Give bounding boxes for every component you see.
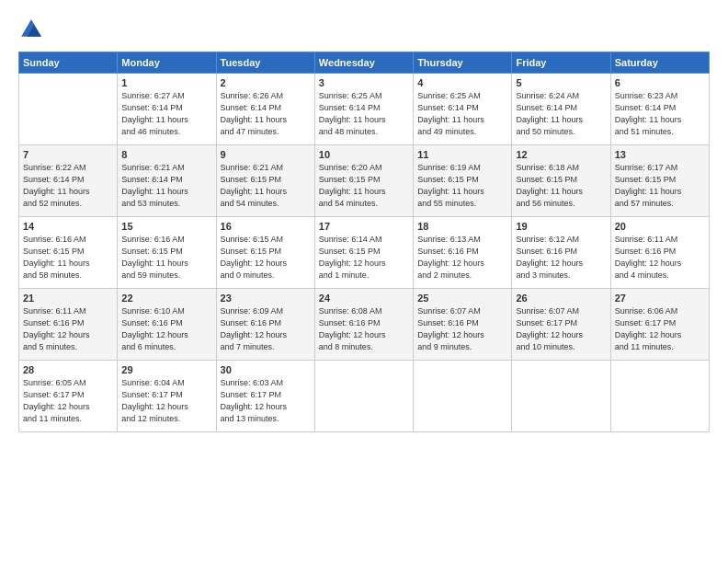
day-number: 7 bbox=[23, 149, 113, 160]
day-info: Sunrise: 6:09 AM Sunset: 6:16 PM Dayligh… bbox=[221, 305, 311, 353]
day-number: 5 bbox=[516, 77, 606, 88]
day-info: Sunrise: 6:12 AM Sunset: 6:16 PM Dayligh… bbox=[516, 234, 606, 282]
day-cell: 25Sunrise: 6:07 AM Sunset: 6:16 PM Dayli… bbox=[414, 289, 512, 361]
col-header-saturday: Saturday bbox=[610, 52, 709, 74]
day-cell: 16Sunrise: 6:15 AM Sunset: 6:15 PM Dayli… bbox=[216, 217, 314, 289]
col-header-tuesday: Tuesday bbox=[216, 52, 314, 74]
day-cell: 24Sunrise: 6:08 AM Sunset: 6:16 PM Dayli… bbox=[314, 289, 413, 361]
page: SundayMondayTuesdayWednesdayThursdayFrid… bbox=[0, 0, 728, 563]
week-row-1: 1Sunrise: 6:27 AM Sunset: 6:14 PM Daylig… bbox=[19, 74, 710, 145]
day-cell: 8Sunrise: 6:21 AM Sunset: 6:14 PM Daylig… bbox=[118, 145, 216, 217]
header-row: SundayMondayTuesdayWednesdayThursdayFrid… bbox=[19, 52, 710, 74]
day-cell: 3Sunrise: 6:25 AM Sunset: 6:14 PM Daylig… bbox=[314, 74, 413, 145]
col-header-friday: Friday bbox=[512, 52, 610, 74]
day-info: Sunrise: 6:13 AM Sunset: 6:16 PM Dayligh… bbox=[417, 234, 507, 282]
day-info: Sunrise: 6:04 AM Sunset: 6:17 PM Dayligh… bbox=[121, 377, 211, 425]
day-info: Sunrise: 6:26 AM Sunset: 6:14 PM Dayligh… bbox=[221, 90, 311, 138]
day-cell: 15Sunrise: 6:16 AM Sunset: 6:15 PM Dayli… bbox=[118, 217, 216, 289]
day-info: Sunrise: 6:07 AM Sunset: 6:16 PM Dayligh… bbox=[417, 305, 507, 353]
day-cell bbox=[610, 361, 709, 432]
day-info: Sunrise: 6:10 AM Sunset: 6:16 PM Dayligh… bbox=[121, 305, 211, 353]
day-info: Sunrise: 6:17 AM Sunset: 6:15 PM Dayligh… bbox=[615, 162, 705, 210]
day-cell: 12Sunrise: 6:18 AM Sunset: 6:15 PM Dayli… bbox=[512, 145, 610, 217]
day-cell: 13Sunrise: 6:17 AM Sunset: 6:15 PM Dayli… bbox=[610, 145, 709, 217]
day-info: Sunrise: 6:06 AM Sunset: 6:17 PM Dayligh… bbox=[615, 305, 705, 353]
day-number: 3 bbox=[319, 77, 409, 88]
logo-icon bbox=[18, 17, 44, 42]
day-number: 16 bbox=[221, 221, 311, 232]
day-number: 23 bbox=[221, 293, 311, 304]
day-info: Sunrise: 6:07 AM Sunset: 6:17 PM Dayligh… bbox=[516, 305, 606, 353]
day-info: Sunrise: 6:11 AM Sunset: 6:16 PM Dayligh… bbox=[615, 234, 705, 282]
day-number: 14 bbox=[23, 221, 113, 232]
day-number: 19 bbox=[516, 221, 606, 232]
day-cell: 7Sunrise: 6:22 AM Sunset: 6:14 PM Daylig… bbox=[19, 145, 118, 217]
logo bbox=[18, 17, 48, 42]
day-cell bbox=[19, 74, 118, 145]
day-cell: 14Sunrise: 6:16 AM Sunset: 6:15 PM Dayli… bbox=[19, 217, 118, 289]
day-cell: 20Sunrise: 6:11 AM Sunset: 6:16 PM Dayli… bbox=[610, 217, 709, 289]
day-cell: 26Sunrise: 6:07 AM Sunset: 6:17 PM Dayli… bbox=[512, 289, 610, 361]
day-cell: 18Sunrise: 6:13 AM Sunset: 6:16 PM Dayli… bbox=[414, 217, 512, 289]
day-cell: 21Sunrise: 6:11 AM Sunset: 6:16 PM Dayli… bbox=[19, 289, 118, 361]
day-number: 20 bbox=[615, 221, 705, 232]
col-header-sunday: Sunday bbox=[19, 52, 118, 74]
day-info: Sunrise: 6:27 AM Sunset: 6:14 PM Dayligh… bbox=[121, 90, 211, 138]
day-number: 27 bbox=[615, 293, 705, 304]
day-info: Sunrise: 6:15 AM Sunset: 6:15 PM Dayligh… bbox=[221, 234, 311, 282]
day-number: 18 bbox=[417, 221, 507, 232]
week-row-5: 28Sunrise: 6:05 AM Sunset: 6:17 PM Dayli… bbox=[19, 361, 710, 432]
day-cell: 23Sunrise: 6:09 AM Sunset: 6:16 PM Dayli… bbox=[216, 289, 314, 361]
day-number: 10 bbox=[319, 149, 409, 160]
day-number: 1 bbox=[121, 77, 211, 88]
day-number: 26 bbox=[516, 293, 606, 304]
day-cell bbox=[512, 361, 610, 432]
day-number: 9 bbox=[221, 149, 311, 160]
day-info: Sunrise: 6:11 AM Sunset: 6:16 PM Dayligh… bbox=[23, 305, 113, 353]
day-number: 13 bbox=[615, 149, 705, 160]
day-info: Sunrise: 6:22 AM Sunset: 6:14 PM Dayligh… bbox=[23, 162, 113, 210]
day-cell: 30Sunrise: 6:03 AM Sunset: 6:17 PM Dayli… bbox=[216, 361, 314, 432]
day-number: 21 bbox=[23, 293, 113, 304]
week-row-2: 7Sunrise: 6:22 AM Sunset: 6:14 PM Daylig… bbox=[19, 145, 710, 217]
header bbox=[18, 17, 710, 42]
day-info: Sunrise: 6:14 AM Sunset: 6:15 PM Dayligh… bbox=[319, 234, 409, 282]
day-number: 28 bbox=[23, 364, 113, 375]
day-info: Sunrise: 6:21 AM Sunset: 6:15 PM Dayligh… bbox=[221, 162, 311, 210]
day-number: 2 bbox=[221, 77, 311, 88]
day-number: 8 bbox=[121, 149, 211, 160]
day-number: 30 bbox=[221, 364, 311, 375]
day-cell: 6Sunrise: 6:23 AM Sunset: 6:14 PM Daylig… bbox=[610, 74, 709, 145]
day-cell: 27Sunrise: 6:06 AM Sunset: 6:17 PM Dayli… bbox=[610, 289, 709, 361]
day-info: Sunrise: 6:25 AM Sunset: 6:14 PM Dayligh… bbox=[319, 90, 409, 138]
col-header-wednesday: Wednesday bbox=[314, 52, 413, 74]
day-number: 11 bbox=[417, 149, 507, 160]
day-cell: 29Sunrise: 6:04 AM Sunset: 6:17 PM Dayli… bbox=[118, 361, 216, 432]
day-cell: 2Sunrise: 6:26 AM Sunset: 6:14 PM Daylig… bbox=[216, 74, 314, 145]
day-number: 24 bbox=[319, 293, 409, 304]
day-number: 6 bbox=[615, 77, 705, 88]
day-number: 12 bbox=[516, 149, 606, 160]
col-header-thursday: Thursday bbox=[414, 52, 512, 74]
calendar-table: SundayMondayTuesdayWednesdayThursdayFrid… bbox=[18, 52, 710, 432]
day-cell bbox=[414, 361, 512, 432]
day-cell: 19Sunrise: 6:12 AM Sunset: 6:16 PM Dayli… bbox=[512, 217, 610, 289]
day-info: Sunrise: 6:20 AM Sunset: 6:15 PM Dayligh… bbox=[319, 162, 409, 210]
day-cell: 9Sunrise: 6:21 AM Sunset: 6:15 PM Daylig… bbox=[216, 145, 314, 217]
week-row-3: 14Sunrise: 6:16 AM Sunset: 6:15 PM Dayli… bbox=[19, 217, 710, 289]
day-cell: 17Sunrise: 6:14 AM Sunset: 6:15 PM Dayli… bbox=[314, 217, 413, 289]
day-info: Sunrise: 6:19 AM Sunset: 6:15 PM Dayligh… bbox=[417, 162, 507, 210]
day-number: 25 bbox=[417, 293, 507, 304]
day-info: Sunrise: 6:23 AM Sunset: 6:14 PM Dayligh… bbox=[615, 90, 705, 138]
day-number: 29 bbox=[121, 364, 211, 375]
day-cell: 28Sunrise: 6:05 AM Sunset: 6:17 PM Dayli… bbox=[19, 361, 118, 432]
day-number: 22 bbox=[121, 293, 211, 304]
day-info: Sunrise: 6:25 AM Sunset: 6:14 PM Dayligh… bbox=[417, 90, 507, 138]
col-header-monday: Monday bbox=[118, 52, 216, 74]
day-info: Sunrise: 6:24 AM Sunset: 6:14 PM Dayligh… bbox=[516, 90, 606, 138]
day-info: Sunrise: 6:08 AM Sunset: 6:16 PM Dayligh… bbox=[319, 305, 409, 353]
day-cell: 1Sunrise: 6:27 AM Sunset: 6:14 PM Daylig… bbox=[118, 74, 216, 145]
day-number: 4 bbox=[417, 77, 507, 88]
day-cell: 4Sunrise: 6:25 AM Sunset: 6:14 PM Daylig… bbox=[414, 74, 512, 145]
day-info: Sunrise: 6:05 AM Sunset: 6:17 PM Dayligh… bbox=[23, 377, 113, 425]
